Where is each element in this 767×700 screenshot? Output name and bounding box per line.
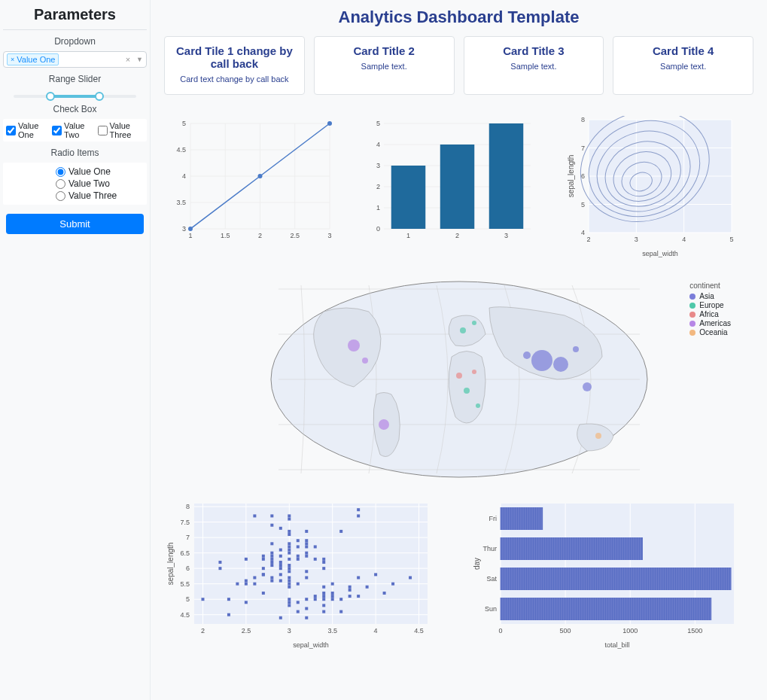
svg-rect-221: [348, 586, 352, 589]
svg-rect-132: [245, 580, 248, 583]
svg-rect-148: [270, 555, 273, 558]
svg-rect-157: [279, 564, 282, 567]
svg-point-22: [327, 121, 332, 126]
svg-text:0: 0: [376, 225, 380, 233]
svg-text:1500: 1500: [687, 627, 702, 635]
svg-rect-136: [253, 514, 256, 517]
radio-value-one[interactable]: Value One: [3, 166, 147, 178]
svg-rect-124: [201, 598, 204, 601]
card-3: Card Title 3 Sample text.: [464, 36, 604, 95]
checkbox-group: Value One Value Two Value Three: [3, 119, 147, 142]
svg-rect-219: [348, 595, 352, 598]
svg-rect-194: [305, 552, 308, 555]
radio-input[interactable]: [56, 167, 65, 177]
svg-rect-179: [288, 518, 291, 521]
svg-rect-200: [314, 595, 317, 598]
hbar-chart[interactable]: 050010001500FriThurSatSuntotal_billday: [470, 500, 754, 650]
slider-handle-low[interactable]: [46, 92, 55, 101]
svg-rect-145: [270, 564, 273, 567]
svg-rect-220: [348, 589, 352, 592]
legend-item[interactable]: Americas: [689, 319, 731, 327]
tag-remove-icon[interactable]: ×: [11, 56, 14, 63]
radio-input[interactable]: [56, 191, 65, 201]
svg-rect-167: [288, 580, 291, 583]
svg-text:5: 5: [186, 595, 190, 603]
svg-text:5: 5: [182, 120, 186, 127]
legend-label: Oceania: [699, 328, 727, 336]
card-title: Card Title 3: [470, 44, 598, 57]
radio-value-three[interactable]: Value Three: [3, 190, 147, 202]
map-chart[interactable]: continent AsiaEuropeAfricaAmericasOceani…: [164, 274, 753, 485]
svg-rect-198: [305, 530, 308, 533]
svg-text:Thur: Thur: [482, 545, 497, 552]
slider-handle-high[interactable]: [95, 92, 104, 101]
svg-text:3.5: 3.5: [176, 199, 186, 206]
svg-rect-176: [288, 542, 291, 545]
checkbox-value-one[interactable]: Value One: [6, 121, 47, 139]
svg-rect-201: [314, 558, 317, 561]
legend-item[interactable]: Europe: [689, 301, 731, 309]
svg-rect-181: [297, 610, 300, 613]
svg-rect-214: [331, 592, 334, 595]
checkbox-input[interactable]: [6, 126, 16, 135]
svg-text:sepal_length: sepal_length: [166, 543, 175, 586]
svg-rect-129: [236, 583, 239, 586]
svg-text:1: 1: [376, 204, 380, 212]
legend-item[interactable]: Asia: [689, 292, 731, 300]
scatter-chart[interactable]: 4.555.566.577.5822.533.544.5sepal_widths…: [164, 500, 448, 650]
svg-text:total_bill: total_bill: [604, 641, 629, 649]
svg-point-93: [472, 370, 476, 374]
contour-chart[interactable]: 456782345sepal_widthsepal_length: [566, 116, 753, 259]
svg-rect-195: [305, 545, 308, 548]
legend-dot-icon: [689, 312, 695, 318]
svg-rect-165: [288, 586, 291, 589]
svg-rect-180: [288, 514, 291, 517]
submit-button[interactable]: Submit: [6, 214, 144, 234]
legend-dot-icon: [689, 330, 695, 336]
slider-label: Range Slider: [3, 74, 147, 84]
svg-rect-197: [305, 539, 308, 542]
svg-rect-216: [339, 610, 342, 613]
svg-rect-227: [374, 573, 377, 576]
legend-item[interactable]: Africa: [689, 310, 731, 318]
svg-text:2: 2: [258, 232, 262, 239]
svg-rect-164: [288, 598, 291, 601]
card-title: Card Title 4: [619, 44, 747, 57]
svg-rect-147: [270, 558, 273, 561]
svg-rect-218: [339, 530, 342, 533]
bar-chart[interactable]: 012345123: [365, 116, 552, 259]
svg-text:6: 6: [186, 565, 190, 572]
svg-rect-39: [489, 123, 524, 229]
sidebar: Parameters Dropdown × Value One × ▼ Rang…: [0, 0, 151, 700]
svg-rect-229: [391, 583, 394, 586]
line-chart[interactable]: 33.544.5511.522.53: [164, 116, 352, 259]
svg-text:5: 5: [376, 120, 380, 127]
checkbox-value-two[interactable]: Value Two: [52, 121, 93, 139]
dropdown-clear-icon[interactable]: ×: [126, 55, 130, 64]
svg-rect-207: [322, 592, 325, 595]
svg-rect-169: [288, 570, 291, 573]
chevron-down-icon[interactable]: ▼: [136, 56, 143, 63]
range-slider[interactable]: [3, 89, 147, 98]
svg-text:2.5: 2.5: [242, 627, 251, 635]
svg-rect-126: [218, 561, 221, 564]
radio-value-two[interactable]: Value Two: [3, 178, 147, 190]
svg-point-81: [553, 357, 568, 372]
svg-rect-133: [245, 558, 248, 561]
legend-item[interactable]: Oceania: [689, 328, 731, 336]
radio-input[interactable]: [56, 179, 65, 189]
svg-rect-171: [288, 564, 291, 567]
svg-rect-222: [357, 595, 360, 598]
dropdown-input[interactable]: × Value One × ▼: [3, 51, 147, 68]
checkbox-input[interactable]: [98, 126, 108, 135]
svg-rect-158: [279, 561, 282, 564]
svg-rect-150: [270, 542, 273, 545]
svg-rect-185: [297, 555, 300, 558]
checkbox-input[interactable]: [52, 126, 62, 135]
svg-rect-190: [305, 598, 308, 601]
svg-point-86: [379, 419, 389, 430]
svg-point-85: [348, 339, 360, 352]
dropdown-tag[interactable]: × Value One: [7, 53, 59, 65]
svg-text:8: 8: [581, 116, 585, 123]
checkbox-value-three[interactable]: Value Three: [98, 121, 144, 139]
